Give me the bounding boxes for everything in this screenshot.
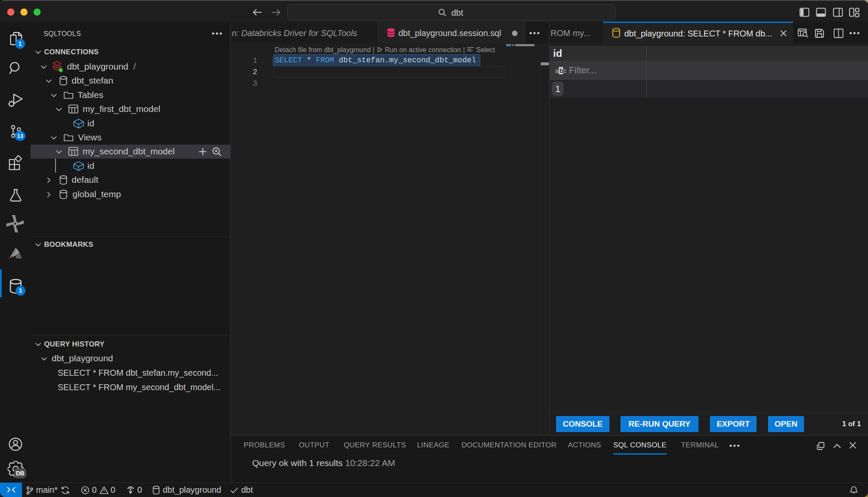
svg-text:b: b	[559, 67, 563, 74]
svg-text:c: c	[563, 67, 566, 74]
svg-text:a: a	[555, 67, 559, 74]
